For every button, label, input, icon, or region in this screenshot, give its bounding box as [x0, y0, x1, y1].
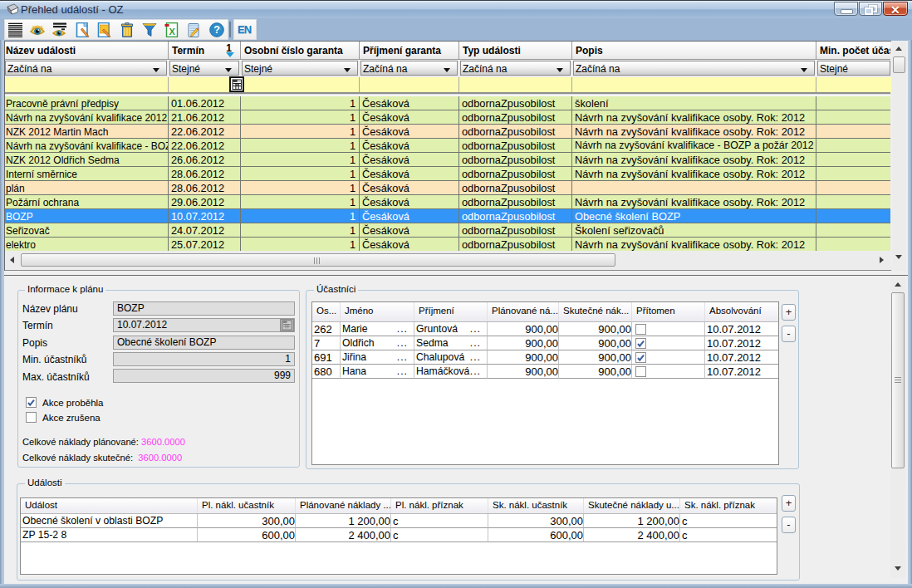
svg-text:?: ?	[213, 24, 220, 36]
svg-text:X: X	[169, 27, 176, 37]
